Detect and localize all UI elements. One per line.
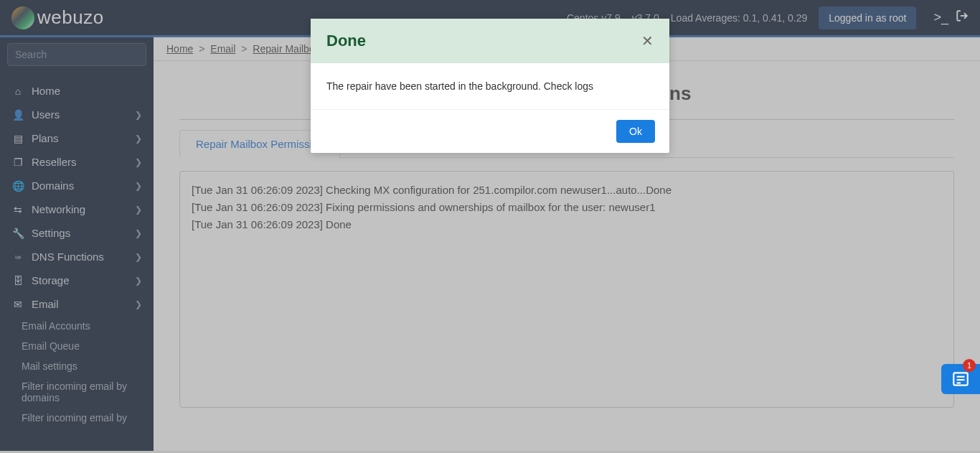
news-button[interactable]: 1: [941, 364, 980, 394]
ok-button[interactable]: Ok: [616, 120, 655, 143]
newspaper-icon: [951, 370, 970, 388]
modal-title: Done: [326, 32, 366, 50]
news-count-badge: 1: [963, 359, 976, 372]
modal-header: Done ✕: [311, 19, 669, 63]
modal-body: The repair have been started in the back…: [311, 63, 669, 110]
done-modal: Done ✕ The repair have been started in t…: [311, 19, 669, 153]
modal-footer: Ok: [311, 110, 669, 153]
close-icon[interactable]: ✕: [641, 32, 654, 50]
